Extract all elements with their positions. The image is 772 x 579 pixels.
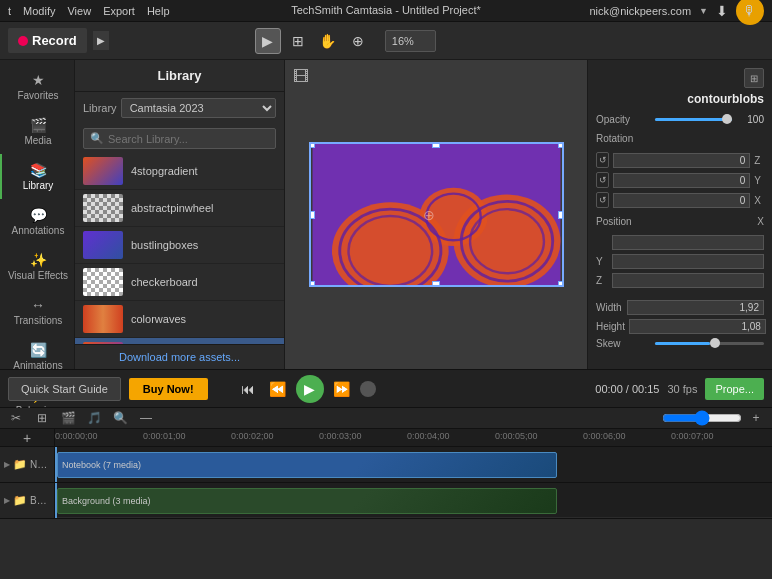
canvas-frame[interactable]: ⊕ (309, 142, 564, 287)
resize-handle-tm[interactable] (432, 142, 440, 148)
resize-handle-tr[interactable] (558, 142, 564, 148)
playback-controls: ⏮ ⏪ ▶ ⏩ (236, 375, 376, 403)
record-button[interactable]: Record (8, 28, 87, 53)
resize-handle-br[interactable] (558, 281, 564, 287)
favorites-icon: ★ (6, 72, 70, 88)
menu-item-help[interactable]: Help (147, 5, 170, 17)
resize-handle-ml[interactable] (309, 211, 315, 219)
height-input[interactable] (629, 319, 766, 334)
library-panel: Library Library Camtasia 2023 🔍 4stopgra… (75, 60, 285, 369)
resize-handle-bm[interactable] (432, 281, 440, 287)
library-thumb-4stopgradient (83, 157, 123, 185)
animations-icon: 🔄 (6, 342, 70, 358)
position-x-row (596, 235, 764, 250)
record-dot (18, 36, 28, 46)
rotation-z-input[interactable] (613, 153, 750, 168)
timeline-zoom-slider[interactable] (662, 410, 742, 426)
rotation-z-icon: ↺ (596, 152, 609, 168)
menu-item-t[interactable]: t (8, 5, 11, 17)
sidebar-item-favorites[interactable]: ★ Favorites (0, 64, 74, 109)
tl-left-header: + (0, 429, 54, 447)
library-item-bustlingboxes[interactable]: bustlingboxes (75, 227, 284, 264)
library-icon: 📚 (6, 162, 70, 178)
background-segment[interactable]: Background (3 media) (57, 488, 557, 514)
resize-handle-mr[interactable] (558, 211, 564, 219)
tl-zoom-out-button[interactable]: — (136, 408, 156, 428)
step-back-button[interactable]: ⏪ (266, 377, 290, 401)
library-name-4stopgradient: 4stopgradient (131, 165, 198, 177)
position-y-input[interactable] (612, 254, 764, 269)
resize-handle-bl[interactable] (309, 281, 315, 287)
position-x-input[interactable] (612, 235, 764, 250)
search-icon: 🔍 (90, 132, 104, 145)
tl-copy-button[interactable]: ⊞ (32, 408, 52, 428)
track-label-background[interactable]: ▶ 📁 Background (0, 483, 54, 519)
bottom-controls: Quick Start Guide Buy Now! ⏮ ⏪ ▶ ⏩ 00:00… (0, 369, 772, 407)
tl-audio-button[interactable]: 🎵 (84, 408, 104, 428)
sidebar-label-favorites: Favorites (6, 90, 70, 101)
record-dropdown-arrow[interactable]: ▶ (93, 31, 109, 50)
library-item-abstractpinwheel[interactable]: abstractpinwheel (75, 190, 284, 227)
library-search-input[interactable] (108, 133, 269, 145)
skew-slider[interactable] (655, 342, 764, 345)
user-dropdown-arrow[interactable]: ▼ (699, 6, 708, 16)
marker-button[interactable] (360, 381, 376, 397)
timeline-track-notebook: Notebook (7 media) (55, 447, 772, 483)
sidebar-item-annotations[interactable]: 💬 Annotations (0, 199, 74, 244)
sidebar-item-media[interactable]: 🎬 Media (0, 109, 74, 154)
resize-handle-tl[interactable] (309, 142, 315, 148)
app-title: TechSmith Camtasia - Untitled Project* (291, 4, 481, 16)
zoom-select[interactable]: 16% (385, 30, 436, 52)
crop-tool[interactable]: ⊕ (345, 28, 371, 54)
width-input[interactable] (627, 300, 764, 315)
download-more-assets[interactable]: Download more assets... (75, 344, 284, 369)
user-email[interactable]: nick@nickpeers.com (589, 5, 691, 17)
library-selector-select[interactable]: Camtasia 2023 (121, 98, 276, 118)
step-forward-button[interactable]: ⏩ (330, 377, 354, 401)
properties-panel-icon[interactable]: ⊞ (744, 68, 764, 88)
download-icon[interactable]: ⬇ (716, 3, 728, 19)
quick-start-button[interactable]: Quick Start Guide (8, 377, 121, 401)
rotation-y-input[interactable] (613, 173, 750, 188)
height-label: Height (596, 321, 625, 332)
transitions-icon: ↔ (6, 297, 70, 313)
menu-item-modify[interactable]: Modify (23, 5, 55, 17)
tl-cut-button[interactable]: ✂ (6, 408, 26, 428)
sidebar-item-transitions[interactable]: ↔ Transitions (0, 289, 74, 334)
buy-now-button[interactable]: Buy Now! (129, 378, 208, 400)
library-name-checkerboard: checkerboard (131, 276, 198, 288)
tl-zoom-plus-button[interactable]: + (746, 408, 766, 428)
sidebar-label-visual-effects: Visual Effects (6, 270, 70, 281)
skip-back-button[interactable]: ⏮ (236, 377, 260, 401)
rotation-x-input[interactable] (613, 193, 750, 208)
tl-zoom-in-button[interactable]: 🔍 (110, 408, 130, 428)
library-item-checkerboard[interactable]: checkerboard (75, 264, 284, 301)
notebook-label: Notebook (30, 459, 50, 470)
rotation-z-item: ↺ Z (596, 152, 764, 168)
tl-video-button[interactable]: 🎬 (58, 408, 78, 428)
select-tool[interactable]: ▶ (255, 28, 281, 54)
library-header: Library (75, 60, 284, 92)
timeline-ruler[interactable]: 0:00:00;00 0:00:01;00 0:00:02;00 0:00:03… (55, 429, 772, 447)
ruler-mark-6: 0:00:06;00 (583, 429, 626, 446)
notebook-segment[interactable]: Notebook (7 media) (57, 452, 557, 478)
menu-item-view[interactable]: View (67, 5, 91, 17)
menu-item-export[interactable]: Export (103, 5, 135, 17)
timeline: ✂ ⊞ 🎬 🎵 🔍 — + + ▶ 📁 Notebook ▶ 📁 Backgro… (0, 407, 772, 517)
library-item-4stopgradient[interactable]: 4stopgradient (75, 153, 284, 190)
rotation-y-item: ↺ Y (596, 172, 764, 188)
pan-tool[interactable]: ✋ (315, 28, 341, 54)
opacity-slider[interactable] (655, 118, 732, 121)
sidebar-item-animations[interactable]: 🔄 Animations (0, 334, 74, 379)
tl-add-icon[interactable]: + (23, 430, 31, 446)
position-z-input[interactable] (612, 273, 764, 288)
menu-bar: t Modify View Export Help TechSmith Camt… (0, 0, 772, 22)
group-tool[interactable]: ⊞ (285, 28, 311, 54)
properties-button[interactable]: Prope... (705, 378, 764, 400)
sidebar-item-visual-effects[interactable]: ✨ Visual Effects (0, 244, 74, 289)
rotation-x-item: ↺ X (596, 192, 764, 208)
track-label-notebook[interactable]: ▶ 📁 Notebook (0, 447, 54, 483)
play-button[interactable]: ▶ (296, 375, 324, 403)
sidebar-item-library[interactable]: 📚 Library (0, 154, 74, 199)
library-item-colorwaves[interactable]: colorwaves (75, 301, 284, 338)
